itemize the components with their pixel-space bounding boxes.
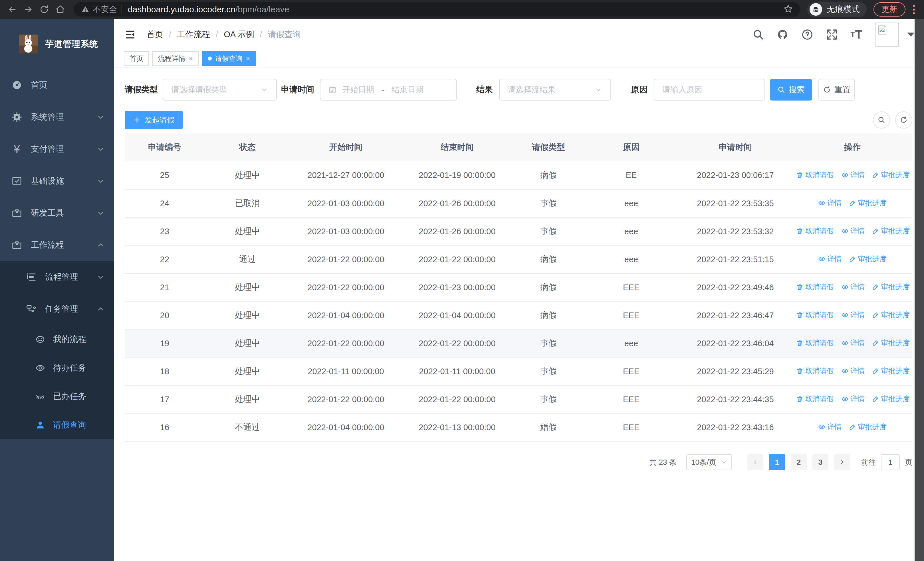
detail-link[interactable]: 详情 — [841, 170, 865, 180]
goto-page-input[interactable] — [881, 454, 900, 470]
sidebar-item-my-process[interactable]: 我的流程 — [0, 325, 114, 353]
detail-link[interactable]: 详情 — [841, 310, 865, 320]
page-button-3[interactable]: 3 — [812, 454, 828, 470]
detail-link[interactable]: 详情 — [841, 366, 865, 376]
sidebar-item-system[interactable]: 系统管理 — [0, 101, 114, 133]
close-icon[interactable]: × — [189, 54, 193, 63]
fullscreen-icon[interactable] — [826, 29, 838, 41]
refresh-icon[interactable] — [895, 111, 912, 129]
home-icon[interactable] — [54, 3, 67, 16]
column-header-5: 原因 — [584, 133, 678, 161]
progress-link[interactable]: 审批进度 — [872, 310, 910, 320]
cell-id: 23 — [125, 217, 205, 245]
reload-icon[interactable] — [38, 3, 51, 16]
cancel-link[interactable]: 取消请假 — [796, 338, 834, 347]
detail-label: 详情 — [850, 226, 865, 236]
cancel-link[interactable]: 取消请假 — [796, 310, 834, 320]
sidebar-item-infra[interactable]: 基础设施 — [0, 165, 114, 197]
tag-leave-query[interactable]: 请假查询 × — [202, 51, 256, 66]
cancel-link[interactable]: 取消请假 — [796, 366, 834, 376]
page-button-2[interactable]: 2 — [791, 454, 807, 470]
sidebar-item-home[interactable]: 首页 — [0, 69, 114, 101]
progress-link[interactable]: 审批进度 — [849, 254, 886, 264]
cell-id: 24 — [125, 190, 205, 217]
progress-link[interactable]: 审批进度 — [872, 170, 910, 180]
progress-link[interactable]: 审批进度 — [872, 338, 910, 347]
column-header-4: 请假类型 — [513, 133, 584, 161]
cell-type: 事假 — [513, 217, 584, 245]
reason-input[interactable] — [654, 79, 765, 101]
sidebar-collapse-icon[interactable] — [124, 28, 136, 41]
browser-menu-icon[interactable] — [911, 3, 916, 16]
prev-page-button[interactable] — [747, 454, 764, 470]
select-placeholder: 请选择请假类型 — [171, 84, 227, 95]
progress-link[interactable]: 审批进度 — [872, 282, 910, 292]
sidebar-item-payment[interactable]: ¥ 支付管理 — [0, 133, 114, 165]
result-select[interactable]: 请选择流结果 — [499, 79, 611, 101]
detail-link[interactable]: 详情 — [818, 422, 842, 432]
sidebar-item-label: 基础设施 — [31, 175, 64, 187]
search-button[interactable]: 搜索 — [770, 79, 812, 101]
progress-link[interactable]: 审批进度 — [872, 226, 910, 236]
delete-icon — [796, 396, 803, 403]
sidebar-item-done-tasks[interactable]: 已办任务 — [0, 382, 114, 411]
detail-link[interactable]: 详情 — [818, 198, 842, 208]
cancel-label: 取消请假 — [805, 170, 834, 180]
sidebar-item-todo-tasks[interactable]: 待办任务 — [0, 353, 114, 382]
sidebar-item-task-mgmt[interactable]: 任务管理 — [0, 293, 114, 325]
toggle-search-icon[interactable] — [873, 111, 890, 129]
breadcrumb-oa-example[interactable]: OA 示例 — [224, 29, 254, 40]
breadcrumb-home[interactable]: 首页 — [147, 29, 163, 40]
cell-apply_time: 2022-01-22 23:46:47 — [678, 301, 792, 329]
date-range-picker[interactable]: 开始日期 - 结束日期 — [320, 79, 457, 101]
cancel-link[interactable]: 取消请假 — [796, 226, 834, 236]
incognito-icon — [810, 3, 822, 16]
tag-home[interactable]: 首页 — [124, 51, 149, 66]
close-icon[interactable]: × — [246, 54, 250, 63]
page-size-select[interactable]: 10条/页 — [686, 454, 732, 470]
cancel-link[interactable]: 取消请假 — [796, 170, 834, 180]
detail-link[interactable]: 详情 — [841, 226, 865, 236]
page-button-1[interactable]: 1 — [769, 454, 785, 470]
url-bar[interactable]: 不安全 dashboard.yudao.iocoder.cn/bpm/oa/le… — [74, 2, 801, 17]
create-leave-button[interactable]: 发起请假 — [125, 111, 183, 129]
font-size-icon[interactable]: TT — [850, 28, 862, 41]
sidebar-item-process-mgmt[interactable]: 流程管理 — [0, 261, 114, 293]
help-icon[interactable] — [801, 29, 813, 41]
sidebar-item-leave-query[interactable]: 请假查询 — [0, 411, 114, 439]
cell-end: 2022-01-23 00:00:00 — [402, 273, 513, 301]
detail-link[interactable]: 详情 — [841, 338, 865, 347]
bookmark-star-icon[interactable] — [783, 4, 793, 15]
progress-label: 审批进度 — [881, 282, 910, 292]
search-icon[interactable] — [752, 29, 764, 41]
pagination-pages: 123 — [766, 454, 831, 470]
tag-process-detail[interactable]: 流程详情 × — [152, 51, 199, 66]
back-icon[interactable] — [6, 3, 19, 16]
breadcrumb-workflow[interactable]: 工作流程 — [177, 29, 210, 40]
cell-actions: 取消请假详情审批进度 — [792, 161, 912, 190]
cell-start: 2022-01-04 00:00:00 — [290, 413, 402, 441]
github-icon[interactable] — [777, 29, 789, 41]
progress-link[interactable]: 审批进度 — [872, 394, 910, 404]
browser-scrollbar[interactable] — [915, 19, 924, 561]
reset-button[interactable]: 重置 — [818, 79, 855, 101]
next-page-button[interactable] — [834, 454, 850, 470]
progress-link[interactable]: 审批进度 — [849, 198, 886, 208]
sidebar-item-label: 工作流程 — [31, 239, 64, 251]
detail-link[interactable]: 详情 — [841, 282, 865, 292]
forward-icon[interactable] — [22, 3, 35, 16]
cell-end: 2022-01-22 00:00:00 — [402, 329, 513, 357]
progress-link[interactable]: 审批进度 — [849, 422, 886, 432]
sidebar-item-workflow[interactable]: 工作流程 — [0, 229, 114, 261]
browser-update-button[interactable]: 更新 — [873, 2, 906, 17]
detail-link[interactable]: 详情 — [841, 394, 865, 404]
detail-link[interactable]: 详情 — [818, 254, 842, 264]
chevron-down-icon — [97, 273, 105, 281]
avatar[interactable] — [875, 23, 899, 47]
cancel-link[interactable]: 取消请假 — [796, 282, 834, 292]
sidebar-item-devtools[interactable]: 研发工具 — [0, 197, 114, 229]
avatar-caret-icon[interactable] — [908, 33, 914, 36]
leave-type-select[interactable]: 请选择请假类型 — [163, 79, 277, 101]
progress-link[interactable]: 审批进度 — [872, 366, 910, 376]
cancel-link[interactable]: 取消请假 — [796, 394, 834, 404]
